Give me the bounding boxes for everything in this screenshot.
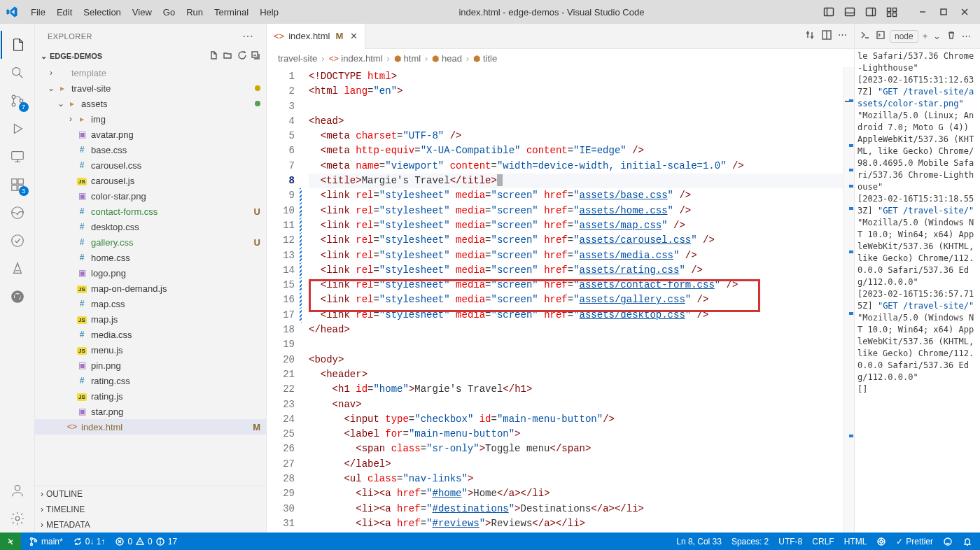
run-debug-icon[interactable] [1,115,34,143]
menu-file[interactable]: File [25,4,51,20]
breadcrumb-travel-site[interactable]: travel-site [278,53,317,64]
git-branch[interactable]: main* [24,533,68,550]
menu-edit[interactable]: Edit [51,4,78,20]
tree-item-rating-js[interactable]: JSrating.js [35,388,266,404]
close-icon[interactable] [955,2,974,22]
terminal-profile-icon[interactable] [874,29,887,43]
tree-item-gallery-css[interactable]: #gallery.cssU [35,234,266,250]
menu-run[interactable]: Run [181,4,209,20]
azure-icon[interactable] [1,255,34,283]
svg-point-30 [15,486,20,491]
tree-item-index-html[interactable]: <>index.htmlM [35,419,266,435]
remote-explorer-icon[interactable] [1,143,34,171]
explorer-icon[interactable] [1,31,34,59]
tree-item-base-css[interactable]: #base.css [35,142,266,157]
layout-customize-icon[interactable] [882,2,902,22]
breadcrumb-head[interactable]: ⬢ head [432,53,462,64]
edge-icon[interactable] [1,199,34,227]
editor-tab-index-html[interactable]: <> index.html M ✕ [267,24,365,49]
terminal-output[interactable]: le Safari/537.36 Chrome-Lighthouse"[2023… [855,49,980,533]
tree-item-contact-form-css[interactable]: #contact-form.cssU [35,204,266,219]
search-icon[interactable] [1,59,34,87]
new-file-icon[interactable] [209,50,218,62]
terminal-icon[interactable] [859,29,872,43]
timeline-section[interactable]: ›TIMELINE [35,502,266,517]
breadcrumb-title[interactable]: ⬢ title [473,53,497,64]
tree-item-logo-png[interactable]: ▣logo.png [35,265,266,281]
svg-rect-8 [888,13,891,17]
more-terminal-icon[interactable]: ⋯ [960,29,972,43]
file-tree[interactable]: ›template⌄▸travel-site⌄▸assets›▸img▣avat… [35,64,266,486]
problems-status[interactable]: 0 0 17 [110,533,182,550]
tree-item-pin-png[interactable]: ▣pin.png [35,358,266,373]
tree-item-color-star-png[interactable]: ▣color-star.png [35,188,266,204]
remote-indicator[interactable] [0,533,21,550]
account-icon[interactable] [1,477,34,505]
tree-item-home-css[interactable]: #home.css [35,250,266,265]
extensions-icon[interactable]: 3 [1,171,34,199]
tree-item-img[interactable]: ›▸img [35,111,266,127]
prettier-status[interactable]: ✓ Prettier [891,533,938,550]
svg-rect-0 [825,8,834,16]
cursor-position[interactable]: Ln 8, Col 33 [671,533,727,550]
outline-section[interactable]: ›OUTLINE [35,486,266,502]
minimize-icon[interactable] [913,2,932,22]
more-tab-actions-icon[interactable]: ⋯ [838,29,847,43]
maximize-icon[interactable] [934,2,953,22]
tree-item-star-png[interactable]: ▣star.png [35,404,266,419]
tree-item-carousel-css[interactable]: #carousel.css [35,157,266,173]
tree-item-media-css[interactable]: #media.css [35,327,266,342]
sync-status[interactable]: 0↓ 1↑ [68,533,111,550]
tree-item-avatar-png[interactable]: ▣avatar.png [35,127,266,142]
more-actions-icon[interactable]: ⋯ [242,29,254,43]
check-circle-icon[interactable] [1,227,34,255]
terminal-dropdown-icon[interactable]: ⌄ [932,29,942,43]
tree-item-template[interactable]: ›template [35,65,266,80]
tree-item-rating-css[interactable]: #rating.css [35,373,266,388]
new-terminal-icon[interactable]: + [921,29,930,43]
settings-gear-icon[interactable] [1,505,34,533]
collapse-all-icon[interactable] [251,50,260,62]
new-folder-icon[interactable] [223,50,232,62]
menu-terminal[interactable]: Terminal [209,4,254,20]
ports-icon[interactable] [872,533,891,550]
tree-item-desktop-css[interactable]: #desktop.css [35,219,266,234]
refresh-icon[interactable] [237,50,246,62]
indentation[interactable]: Spaces: 2 [727,533,774,550]
tree-item-map-on-demand-js[interactable]: JSmap-on-demand.js [35,281,266,296]
github-icon[interactable] [1,283,34,311]
breadcrumb-index.html[interactable]: <> index.html [329,53,383,64]
tree-item-menu-js[interactable]: JSmenu.js [35,342,266,358]
source-control-icon[interactable]: 7 [1,87,34,115]
menu-help[interactable]: Help [254,4,284,20]
svg-rect-4 [867,8,876,16]
tree-item-map-js[interactable]: JSmap.js [35,311,266,327]
menu-go[interactable]: Go [158,4,181,20]
breadcrumb-html[interactable]: ⬢ html [394,53,421,64]
notifications-icon[interactable] [958,533,977,550]
breadcrumbs[interactable]: travel-site›<> index.html›⬢ html›⬢ head›… [267,49,854,67]
menu-selection[interactable]: Selection [78,4,126,20]
tree-item-carousel-js[interactable]: JScarousel.js [35,173,266,188]
language-mode[interactable]: HTML [839,533,872,550]
split-editor-icon[interactable] [821,29,832,43]
tree-item-map-css[interactable]: #map.css [35,296,266,311]
layout-panel-right-icon[interactable] [861,2,881,22]
compare-changes-icon[interactable] [804,29,816,43]
menu-view[interactable]: View [127,4,158,20]
minimap[interactable] [843,67,854,533]
svg-rect-2 [846,8,855,16]
metadata-section[interactable]: ›METADATA [35,517,266,533]
eol[interactable]: CRLF [807,533,839,550]
project-section-header[interactable]: ⌄ EDGE-DEMOS [35,48,266,64]
close-tab-icon[interactable]: ✕ [350,31,358,41]
terminal-node-label[interactable]: node [890,30,918,43]
feedback-icon[interactable] [938,533,958,550]
tree-item-assets[interactable]: ⌄▸assets [35,96,266,111]
encoding[interactable]: UTF-8 [774,533,807,550]
trash-icon[interactable] [945,29,958,43]
layout-panel-left-icon[interactable] [819,2,839,22]
code-editor[interactable]: 1234567891011121314151617181920212223242… [267,67,854,533]
layout-panel-bottom-icon[interactable] [840,2,860,22]
tree-item-travel-site[interactable]: ⌄▸travel-site [35,80,266,96]
